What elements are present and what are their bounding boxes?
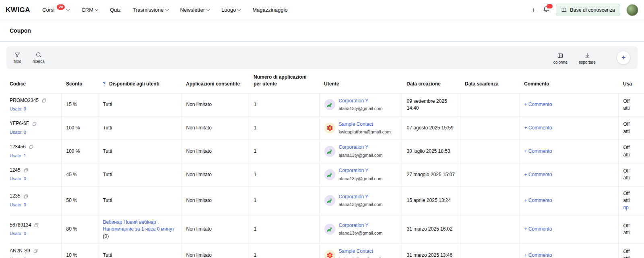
add-comment-link[interactable]: + Commento: [524, 102, 552, 107]
copy-icon[interactable]: [32, 121, 37, 127]
code-cell: YFP6-6F Usato: 0: [10, 117, 61, 140]
table-row: 123456 Usato: 1 100 % Tutti Non limitato…: [10, 140, 644, 163]
export-button[interactable]: esportare: [579, 52, 596, 64]
expiry-cell: [460, 215, 519, 243]
dino-avatar-icon: [326, 171, 334, 179]
page-title: Coupon: [10, 27, 31, 34]
used-count-link[interactable]: Usato: 0: [10, 256, 26, 258]
nav-item-newsletter[interactable]: Newsletter: [180, 7, 209, 13]
filter-button[interactable]: filtro: [14, 52, 21, 64]
nav-item-crm[interactable]: CRM: [81, 7, 98, 13]
user-email: alana13ty@gmail.com: [339, 202, 383, 208]
used-count-link[interactable]: Usato: 0: [10, 106, 26, 112]
offer-text-line2: atti: [623, 255, 644, 258]
offer-text-line2: atti: [623, 152, 644, 158]
help-icon[interactable]: ?: [103, 81, 105, 87]
coupon-code: 1235: [10, 193, 21, 200]
discount-cell: 100 %: [61, 117, 98, 140]
copy-icon[interactable]: [29, 144, 34, 150]
user-email: alana13ty@gmail.com: [339, 106, 383, 112]
coupon-table-body: PROMO2345 Usato: 0 15 % Tutti Non limita…: [10, 93, 644, 258]
offers-cell: Off atti: [618, 163, 644, 186]
coupon-code: 123456: [10, 144, 26, 150]
nav-item-trasmissione[interactable]: Trasmissione: [133, 7, 168, 13]
per-user-cell: 1: [249, 215, 319, 243]
user-cell: Corporation Y alana13ty@gmail.com: [319, 215, 402, 243]
search-icon: [35, 52, 42, 58]
header-commento: Commento: [519, 69, 618, 93]
filter-icon: [14, 52, 21, 58]
add-comment-link[interactable]: + Commento: [524, 198, 552, 203]
available-text: Tutti: [103, 102, 112, 107]
used-count-link[interactable]: Usato: 0: [10, 176, 26, 182]
available-text: Tutti: [103, 148, 112, 154]
created-cell: 07 agosto 2025 15:59: [402, 117, 460, 140]
add-comment-link[interactable]: + Commento: [524, 252, 552, 258]
copy-icon[interactable]: [33, 248, 38, 254]
comment-cell: + Commento: [519, 244, 618, 258]
corsi-count-badge: 20: [57, 4, 65, 10]
per-user-cell: 1: [249, 140, 319, 163]
user-avatar: [324, 250, 335, 258]
comment-cell: + Commento: [519, 140, 618, 163]
used-count-link[interactable]: Usato: 0: [10, 231, 26, 237]
nav-item-quiz[interactable]: Quiz: [110, 7, 121, 13]
chevron-down-icon: [95, 7, 98, 10]
used-count-link[interactable]: Usato: 0: [10, 129, 26, 136]
add-comment-link[interactable]: + Commento: [524, 148, 552, 154]
copy-icon[interactable]: [23, 194, 29, 199]
offer-text-line2: atti: [623, 175, 644, 181]
user-name-link[interactable]: Corporation Y: [339, 98, 369, 104]
offer-text-line1: Off: [623, 248, 644, 255]
copy-icon[interactable]: [41, 98, 47, 103]
offers-cell: Off atti: [618, 93, 644, 117]
user-name-link[interactable]: Sample Contact: [339, 248, 373, 254]
code-cell: 56789134 Usato: 0: [10, 215, 61, 243]
offer-text-line2: atti: [623, 105, 644, 112]
offers-cell: Off atti: [618, 140, 644, 163]
add-comment-link[interactable]: + Commento: [524, 226, 552, 232]
add-coupon-button[interactable]: +: [617, 51, 630, 64]
user-name-link[interactable]: Corporation Y: [339, 194, 369, 200]
copy-icon[interactable]: [34, 223, 39, 228]
user-profile-avatar[interactable]: [626, 4, 638, 16]
user-name-link[interactable]: Sample Contact: [339, 121, 373, 127]
search-button[interactable]: ricerca: [33, 52, 45, 64]
columns-button[interactable]: colonne: [553, 52, 568, 64]
offer-link-line3[interactable]: пр: [623, 204, 644, 211]
available-text: Tutti: [103, 252, 112, 258]
coupon-code: 56789134: [10, 222, 31, 229]
table-row: 56789134 Usato: 0 80 % Вебинар Новий веб…: [10, 215, 644, 243]
available-offer-link[interactable]: Вебинар Новий вебінар . Напоминание за 1…: [103, 219, 175, 232]
user-name-link[interactable]: Corporation Y: [339, 144, 369, 150]
used-count-link[interactable]: Usato: 0: [10, 202, 26, 208]
applications-cell: Non limitato: [181, 244, 249, 258]
quick-add-button[interactable]: +: [530, 6, 537, 14]
available-suffix: (0): [103, 233, 109, 239]
dino-avatar-icon: [326, 225, 334, 233]
add-comment-link[interactable]: + Commento: [524, 125, 552, 131]
user-name-link[interactable]: Corporation Y: [339, 223, 369, 228]
applications-cell: Non limitato: [181, 215, 249, 243]
nav-item-corsi[interactable]: Corsi 20: [42, 7, 69, 13]
comment-cell: + Commento: [519, 215, 618, 243]
offer-text-line2: atti: [623, 128, 644, 135]
user-name-link[interactable]: Corporation Y: [339, 168, 369, 173]
offer-text-line1: Off: [623, 98, 644, 105]
knowledge-base-button[interactable]: Base di conoscenza: [556, 4, 620, 16]
used-count-link[interactable]: Usato: 1: [10, 153, 26, 159]
flower-avatar-icon: [326, 124, 334, 132]
nav-item-magazzinaggio[interactable]: Magazzinaggio: [252, 7, 287, 13]
created-cell: 31 marzo 2025 13:46: [402, 244, 460, 258]
applications-cell: Non limitato: [181, 93, 249, 117]
notifications-button[interactable]: [543, 6, 550, 15]
kwiga-logo[interactable]: KWIGA: [6, 6, 30, 14]
table-row: AN2N-S9 Usato: 0 10 % Tutti Non limitato…: [10, 244, 644, 258]
available-text: Tutti: [103, 172, 112, 177]
copy-icon[interactable]: [23, 168, 29, 173]
code-cell: 1245 Usato: 0: [10, 163, 61, 186]
per-user-cell: 1: [249, 93, 319, 117]
dino-avatar-icon: [326, 101, 334, 108]
add-comment-link[interactable]: + Commento: [524, 172, 552, 177]
nav-item-luogo[interactable]: Luogo: [221, 7, 240, 13]
